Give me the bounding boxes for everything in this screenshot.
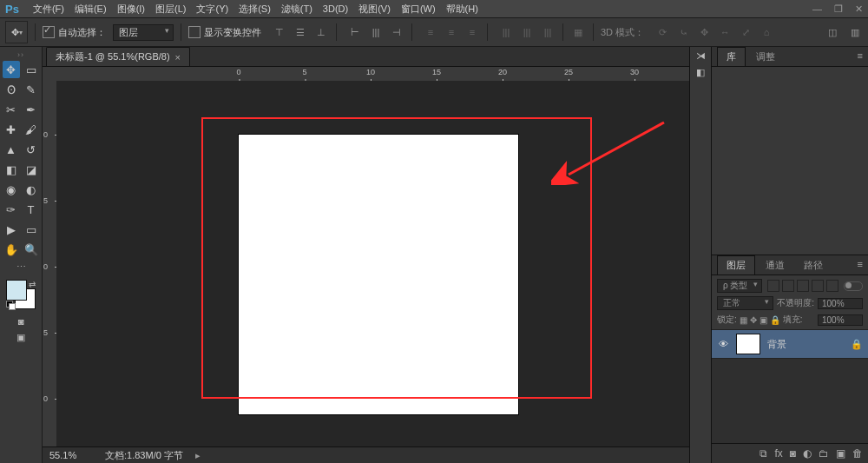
zoom-3d-icon[interactable]: ⤢ [738, 24, 753, 40]
panel-menu-icon[interactable]: ≡ [858, 259, 863, 269]
move-tool[interactable]: ✥ [3, 61, 20, 78]
menu-3d[interactable]: 3D(D) [318, 3, 353, 14]
filter-smart-icon[interactable] [826, 280, 838, 292]
distribute-vcenter-icon[interactable]: ≡ [444, 24, 459, 40]
restore-button[interactable]: ❐ [834, 3, 843, 15]
blend-mode-select[interactable]: 正常 [717, 296, 773, 310]
layer-mask-icon[interactable]: ◙ [790, 447, 796, 460]
filter-pixel-icon[interactable] [767, 280, 779, 292]
tab-libraries[interactable]: 库 [717, 47, 746, 66]
roll-3d-icon[interactable]: ⤿ [675, 24, 691, 40]
zoom-field[interactable]: 55.1% [49, 450, 93, 460]
opacity-field[interactable]: 100% [818, 298, 863, 309]
align-left-icon[interactable]: ⊢ [347, 24, 363, 40]
eyedropper-tool[interactable]: ✒ [23, 101, 40, 118]
layer-lock-icon[interactable]: 🔒 [851, 339, 863, 350]
layer-thumbnail[interactable] [736, 334, 760, 354]
link-layers-icon[interactable]: ⧉ [760, 447, 767, 460]
fill-field[interactable]: 100% [818, 314, 863, 326]
path-select-tool[interactable]: ▶ [3, 221, 20, 238]
menu-help[interactable]: 帮助(H) [441, 3, 483, 16]
layer-filter-kind-select[interactable]: ρ 类型 [717, 279, 762, 293]
slide-3d-icon[interactable]: ↔ [717, 24, 733, 40]
layer-filter-switch[interactable] [844, 281, 863, 291]
zoom-tool[interactable]: 🔍 [23, 241, 40, 258]
workspace-icon[interactable]: ▥ [847, 24, 863, 40]
crop-tool[interactable]: ✂ [3, 101, 20, 118]
tab-adjustments[interactable]: 调整 [747, 48, 784, 66]
tab-channels[interactable]: 通道 [757, 256, 793, 274]
home-3d-icon[interactable]: ⌂ [759, 24, 774, 40]
eraser-tool[interactable]: ◧ [3, 161, 20, 178]
tab-layers[interactable]: 图层 [717, 255, 755, 274]
menu-view[interactable]: 视图(V) [353, 3, 396, 16]
panel-menu-icon[interactable]: ≡ [858, 50, 863, 61]
menu-window[interactable]: 窗口(W) [396, 3, 441, 16]
panel-handle[interactable]: ›› [17, 50, 24, 59]
brush-tool[interactable]: 🖌 [23, 121, 40, 138]
quick-select-tool[interactable]: ✎ [23, 81, 40, 98]
layer-group-icon[interactable]: 🗀 [819, 447, 829, 460]
lock-all-icon[interactable]: 🔒 [770, 315, 780, 325]
align-bottom-icon[interactable]: ⊥ [313, 24, 329, 40]
marquee-tool[interactable]: ▭ [23, 61, 40, 78]
layer-fx-icon[interactable]: fx [774, 447, 782, 460]
auto-align-icon[interactable]: ▦ [570, 24, 586, 40]
distribute-top-icon[interactable]: ≡ [423, 24, 438, 40]
document-page[interactable] [239, 135, 518, 414]
distribute-left-icon[interactable]: ||| [498, 24, 514, 40]
filter-type-icon[interactable] [797, 280, 809, 292]
new-layer-icon[interactable]: ▣ [836, 447, 845, 460]
close-button[interactable]: ✕ [855, 3, 863, 15]
menu-edit[interactable]: 编辑(E) [69, 3, 112, 16]
distribute-right-icon[interactable]: ||| [540, 24, 556, 40]
quickmask-icon[interactable]: ◙ [18, 316, 24, 327]
foreground-swatch[interactable] [6, 280, 27, 301]
doc-info-arrow-icon[interactable]: ▸ [195, 450, 201, 461]
align-top-icon[interactable]: ⊤ [272, 24, 287, 40]
tab-paths[interactable]: 路径 [795, 256, 832, 274]
distribute-bottom-icon[interactable]: ≡ [464, 24, 480, 40]
align-hcenter-icon[interactable]: ||| [368, 24, 384, 40]
filter-shape-icon[interactable] [812, 280, 824, 292]
default-colors-icon[interactable] [6, 301, 15, 309]
lock-pixels-icon[interactable]: ▦ [740, 315, 747, 325]
lock-position-icon[interactable]: ✥ [750, 315, 757, 325]
history-panel-icon[interactable]: ⧕ [696, 50, 706, 62]
type-tool[interactable]: T [23, 201, 40, 218]
align-right-icon[interactable]: ⊣ [389, 24, 404, 40]
layer-list[interactable]: 👁 背景 🔒 [712, 329, 868, 443]
menu-type[interactable]: 文字(Y) [191, 3, 233, 16]
menu-layer[interactable]: 图层(L) [150, 3, 191, 16]
patch-tool[interactable]: ✚ [3, 121, 20, 138]
align-vcenter-icon[interactable]: ☰ [293, 24, 308, 40]
auto-select-target-select[interactable]: 图层 [113, 24, 174, 41]
properties-panel-icon[interactable]: ◧ [696, 67, 705, 78]
orbit-3d-icon[interactable]: ⟳ [654, 24, 670, 40]
stamp-tool[interactable]: ▲ [3, 141, 20, 158]
menu-select[interactable]: 选择(S) [233, 3, 276, 16]
color-swatches[interactable]: ⇄ [6, 280, 36, 309]
document-tab[interactable]: 未标题-1 @ 55.1%(RGB/8) × [46, 47, 190, 66]
doc-info-label[interactable]: 文档:1.83M/0 字节 [105, 449, 183, 462]
transform-controls-checkbox[interactable]: 显示变换控件 [188, 26, 261, 39]
close-tab-icon[interactable]: × [175, 52, 181, 63]
lock-artboard-icon[interactable]: ▣ [760, 315, 767, 325]
layer-item-background[interactable]: 👁 背景 🔒 [712, 329, 868, 359]
swap-colors-icon[interactable]: ⇄ [29, 280, 36, 289]
ruler-horizontal[interactable]: 0 5 10 15 20 25 30 35 [56, 67, 689, 82]
filter-adjust-icon[interactable] [782, 280, 794, 292]
menu-file[interactable]: 文件(F) [28, 3, 69, 16]
screenmode-icon[interactable]: ▣ [16, 332, 25, 343]
blur-tool[interactable]: ◉ [3, 181, 20, 198]
tool-more-icon[interactable]: ⋯ [16, 261, 26, 273]
menu-image[interactable]: 图像(I) [112, 3, 150, 16]
gradient-tool[interactable]: ◪ [23, 161, 40, 178]
ruler-vertical[interactable]: 0 5 0 5 0 [43, 81, 57, 446]
lasso-tool[interactable]: ʘ [3, 81, 20, 98]
layer-name-label[interactable]: 背景 [767, 338, 786, 351]
menu-filter[interactable]: 滤镜(T) [276, 3, 318, 16]
delete-layer-icon[interactable]: 🗑 [852, 447, 863, 460]
history-brush-tool[interactable]: ↺ [23, 141, 40, 158]
dodge-tool[interactable]: ◐ [23, 181, 40, 198]
